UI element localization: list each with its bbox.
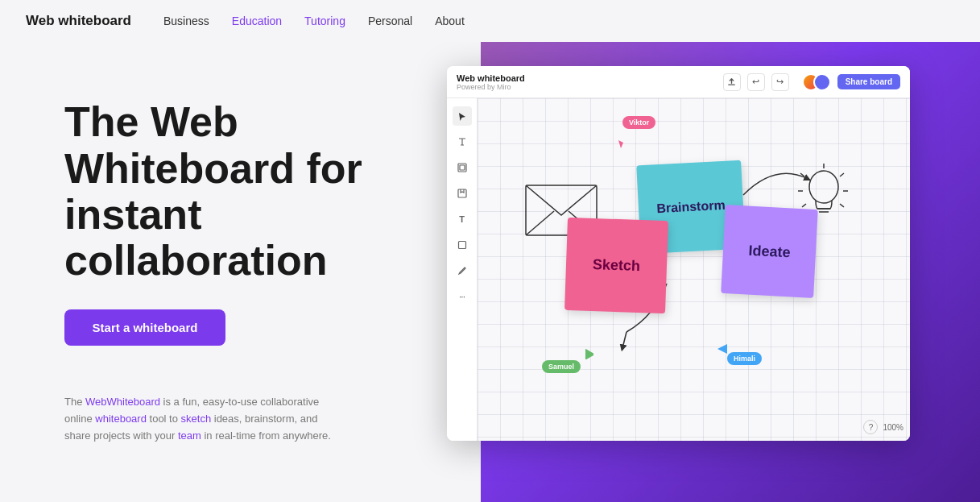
help-button[interactable]: ? [863, 420, 878, 434]
main-nav: Business Education Tutoring Personal Abo… [163, 15, 465, 27]
svg-rect-2 [458, 189, 466, 197]
logo: Web whiteboard [26, 13, 131, 29]
samuel-cursor-icon [582, 348, 593, 359]
pen-tool[interactable] [453, 261, 472, 280]
header: Web whiteboard Business Education Tutori… [0, 0, 980, 42]
svg-line-11 [840, 204, 844, 207]
nav-about[interactable]: About [435, 15, 465, 27]
mockup-title: Web whiteboard [457, 73, 525, 83]
shape-tool[interactable] [453, 235, 472, 255]
svg-marker-17 [717, 344, 727, 354]
cursor-tool[interactable] [453, 106, 472, 126]
svg-marker-16 [582, 348, 593, 359]
share-board-button[interactable]: Share board [837, 74, 900, 89]
svg-marker-15 [618, 140, 623, 148]
nav-business[interactable]: Business [163, 15, 209, 27]
hero-section: The Web Whiteboard for instant collabora… [0, 42, 451, 502]
text-tool[interactable] [453, 132, 472, 151]
cursor-samuel: Samuel [542, 360, 581, 373]
whiteboard-link[interactable]: whiteboard [95, 413, 147, 425]
hero-description: The WebWhiteboard is a fun, easy-to-use … [64, 394, 338, 444]
upload-icon-btn[interactable] [723, 73, 741, 91]
frame-tool[interactable] [453, 158, 472, 177]
canvas-svg [478, 98, 910, 441]
mockup-subtitle: Powered by Miro [457, 83, 525, 91]
nav-personal[interactable]: Personal [368, 15, 412, 27]
text-box-tool[interactable]: T [453, 210, 472, 229]
hero-title: The Web Whiteboard for instant collabora… [64, 99, 403, 284]
main-content: The Web Whiteboard for instant collabora… [0, 42, 980, 502]
svg-line-9 [840, 173, 844, 176]
team-link[interactable]: team [178, 429, 201, 442]
note-ideate: Ideate [721, 205, 818, 298]
zoom-level: 100% [883, 423, 904, 432]
mockup-title-area: Web whiteboard Powered by Miro [457, 73, 525, 91]
undo-icon-btn[interactable]: ↩ [747, 73, 765, 91]
nav-tutoring[interactable]: Tutoring [304, 15, 345, 27]
mockup-footer: ? 100% [863, 420, 904, 434]
start-whiteboard-button[interactable]: Start a whiteboard [64, 309, 225, 346]
mockup-body: T ··· [447, 98, 910, 441]
more-tools[interactable]: ··· [453, 287, 472, 306]
mockup-toolbar: ↩ ↪ Share board [723, 73, 900, 91]
svg-line-12 [800, 173, 804, 176]
mockup-header: Web whiteboard Powered by Miro ↩ ↪ Share… [447, 66, 910, 98]
svg-rect-3 [458, 242, 465, 249]
himali-cursor-icon [717, 344, 729, 355]
mockup-left-toolbar: T ··· [447, 98, 478, 441]
whiteboard-canvas[interactable]: Brainstorm Sketch Ideate Viktor Samuel H… [478, 98, 910, 441]
whiteboard-mockup: Web whiteboard Powered by Miro ↩ ↪ Share… [447, 66, 910, 441]
note-sketch: Sketch [564, 218, 668, 313]
note-tool[interactable] [453, 184, 472, 203]
cursor-himali: Himali [727, 352, 762, 365]
nav-education[interactable]: Education [232, 15, 282, 27]
svg-line-14 [802, 204, 806, 207]
sketch-link[interactable]: sketch [181, 413, 212, 425]
cursor-viktor: Viktor [622, 116, 655, 129]
redo-icon-btn[interactable]: ↪ [771, 73, 789, 91]
svg-point-5 [809, 171, 838, 203]
webwhiteboard-link[interactable]: WebWhiteboard [85, 396, 160, 408]
avatar-2 [813, 73, 831, 91]
svg-rect-1 [460, 165, 465, 170]
